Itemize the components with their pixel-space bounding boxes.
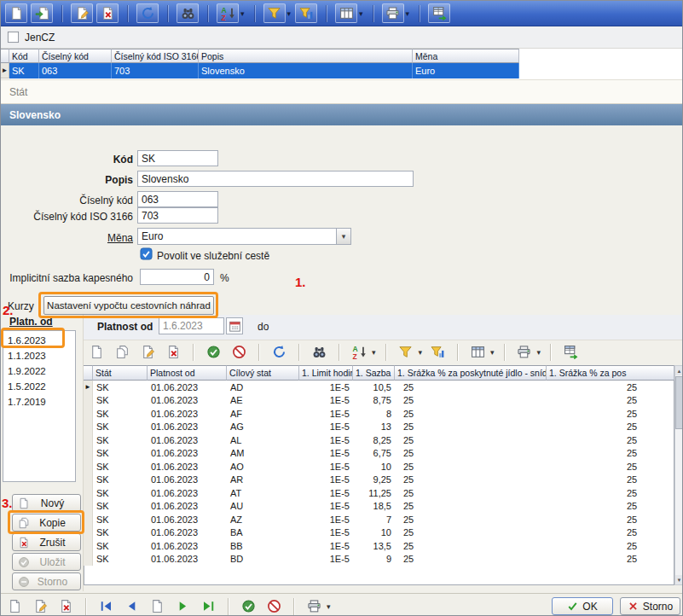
rate-date-item[interactable]: 1.7.2019 — [3, 394, 75, 410]
last-record-icon[interactable] — [197, 596, 219, 616]
previous-record-icon[interactable] — [120, 596, 142, 616]
rates-table-row[interactable]: SK01.06.2023BD1E-592525 — [84, 553, 674, 567]
new-country-icon[interactable] — [5, 3, 27, 23]
scroll-down-button[interactable]: ▼ — [675, 575, 683, 584]
confirm-icon[interactable] — [237, 596, 259, 616]
vertical-scrollbar[interactable]: ▲ ▼ — [674, 365, 683, 585]
popis-input[interactable]: Slovensko — [137, 171, 414, 187]
next-record-icon[interactable] — [171, 596, 194, 616]
rate-date-item[interactable]: 1.6.2023 — [3, 333, 75, 348]
ciselny-kod-input[interactable]: 063 — [137, 191, 218, 207]
rates-column-header[interactable]: 1. Limit hodin — [299, 365, 353, 381]
rate-date-item[interactable]: 1.1.2023 — [3, 348, 75, 363]
povolit-checkbox[interactable] — [140, 247, 153, 260]
filter-dropdown-icon[interactable]: ▾ — [419, 348, 423, 357]
confirm-icon[interactable] — [202, 342, 224, 362]
travel-settings-button[interactable]: Nastavení vypočtu cestovních náhrad — [43, 296, 214, 315]
ok-button[interactable]: OK — [552, 597, 613, 615]
export-icon[interactable] — [559, 342, 582, 362]
cancel-icon[interactable] — [228, 342, 250, 362]
search-icon[interactable] — [177, 3, 199, 23]
rates-table-row[interactable]: SK01.06.2023AO1E-5102525 — [84, 460, 674, 474]
edit-country-icon[interactable] — [71, 3, 93, 23]
filter-icon[interactable] — [395, 342, 417, 362]
rates-column-header[interactable]: 1. Srážka % za pos — [547, 365, 674, 381]
platnost-od-input[interactable]: 1.6.2023 — [159, 317, 224, 334]
search-icon[interactable] — [308, 342, 330, 362]
export-icon[interactable] — [428, 3, 450, 23]
kod-input[interactable]: SK — [137, 150, 218, 166]
rates-table-row[interactable]: SK01.06.2023AU1E-518,52525 — [84, 500, 674, 514]
countries-column-header[interactable]: Číselný kód ISO 3166 — [112, 49, 199, 63]
refresh-icon[interactable] — [136, 3, 159, 23]
print-dropdown-icon[interactable]: ▾ — [327, 602, 331, 611]
rates-table-row[interactable]: SK01.06.2023AM1E-56,752525 — [84, 447, 674, 461]
rates-table-row[interactable]: SK01.06.2023AR1E-59,252525 — [84, 474, 674, 487]
scroll-up-button[interactable]: ▲ — [675, 366, 683, 375]
print-dropdown-icon[interactable]: ▾ — [406, 9, 410, 18]
sort-az-icon[interactable]: AZ — [217, 3, 239, 23]
columns-dropdown-icon[interactable]: ▾ — [359, 9, 363, 18]
delete-rate-row-icon[interactable] — [162, 342, 184, 362]
filter-icon[interactable] — [263, 3, 286, 23]
rates-table-row[interactable]: SK01.06.2023AZ1E-572525 — [84, 513, 674, 526]
filter-dropdown-icon[interactable]: ▾ — [287, 9, 292, 18]
rates-table-row[interactable]: SK01.06.2023AT1E-511,252525 — [84, 486, 674, 500]
rate-date-item[interactable]: 1.9.2022 — [3, 363, 75, 379]
record-delete-icon[interactable] — [55, 596, 77, 616]
columns-icon[interactable] — [335, 3, 357, 23]
calendar-button[interactable] — [226, 317, 243, 334]
countries-cell[interactable]: 063 — [39, 63, 112, 78]
record-document-icon[interactable] — [146, 596, 168, 616]
refresh-icon[interactable] — [268, 342, 290, 362]
record-edit-icon[interactable] — [29, 596, 51, 616]
new-rate-button[interactable]: Nový — [12, 494, 81, 512]
group-bar[interactable]: Stát — [1, 79, 683, 104]
delete-rate-button[interactable]: Zrušit — [12, 533, 81, 551]
rates-column-header[interactable]: 1. Sazba — [353, 365, 395, 381]
countries-cell[interactable]: Euro — [413, 63, 519, 78]
rates-column-header[interactable]: Platnost od — [148, 365, 227, 381]
copy-rate-button[interactable]: Kopie — [12, 514, 81, 532]
print-icon[interactable] — [303, 596, 325, 616]
mena-select[interactable]: Euro ▾ — [137, 228, 351, 245]
countries-cell[interactable]: SK — [9, 63, 39, 78]
print-icon[interactable] — [513, 342, 535, 362]
record-new-icon[interactable] — [3, 596, 26, 616]
rates-table-row[interactable]: SK01.06.2023AL1E-58,252525 — [84, 433, 674, 447]
countries-grid-selected-row[interactable]: ►SK063703SlovenskoEuro — [1, 63, 519, 78]
sort-az-icon[interactable]: AZ — [348, 342, 370, 362]
sort-az-dropdown-icon[interactable]: ▾ — [240, 9, 245, 18]
sort-az-dropdown-icon[interactable]: ▾ — [372, 348, 376, 357]
countries-cell[interactable]: Slovensko — [199, 63, 413, 78]
filter-advanced-icon[interactable] — [295, 3, 317, 23]
jencz-checkbox[interactable] — [7, 31, 20, 44]
rate-date-item[interactable]: 1.5.2022 — [3, 379, 75, 394]
print-dropdown-icon[interactable]: ▾ — [537, 348, 541, 357]
mena-link-label[interactable]: Měna — [5, 232, 133, 244]
rates-table-row[interactable]: SK01.06.2023AF1E-582525 — [84, 407, 674, 421]
countries-column-header[interactable]: Popis — [199, 49, 413, 63]
rates-column-header[interactable]: 1. Srážka % za poskytnuté jídlo - snídan… — [395, 365, 547, 381]
columns-dropdown-icon[interactable]: ▾ — [490, 348, 495, 357]
rates-column-header[interactable]: Stát — [93, 365, 148, 381]
print-icon[interactable] — [382, 3, 404, 23]
delete-country-icon[interactable] — [96, 3, 119, 23]
countries-column-header[interactable]: Kód — [9, 49, 39, 63]
rates-table-row[interactable]: SK01.06.2023AG1E-5132525 — [84, 421, 674, 434]
rates-table-row[interactable]: SK01.06.2023BB1E-513,52525 — [84, 539, 674, 553]
copy-rate-row-icon[interactable] — [111, 342, 133, 362]
columns-icon[interactable] — [466, 342, 489, 362]
storno-button[interactable]: Storno — [620, 597, 680, 615]
rates-table-row[interactable]: ►SK01.06.2023AD1E-510,52525 — [84, 381, 674, 394]
rates-column-header[interactable]: Cílový stat — [227, 365, 299, 381]
mena-dropdown-button[interactable]: ▾ — [336, 229, 350, 244]
scroll-thumb[interactable] — [675, 376, 683, 429]
platnod-column-header[interactable]: Platn. od — [9, 316, 53, 328]
countries-column-header[interactable]: Číselný kód — [39, 49, 112, 63]
open-country-icon[interactable] — [31, 3, 53, 23]
filter-advanced-icon[interactable] — [426, 342, 449, 362]
rates-table-row[interactable]: SK01.06.2023BA1E-5102525 — [84, 526, 674, 540]
new-rate-row-icon[interactable] — [85, 342, 107, 362]
rates-table-row[interactable]: SK01.06.2023AE1E-58,752525 — [84, 394, 674, 408]
